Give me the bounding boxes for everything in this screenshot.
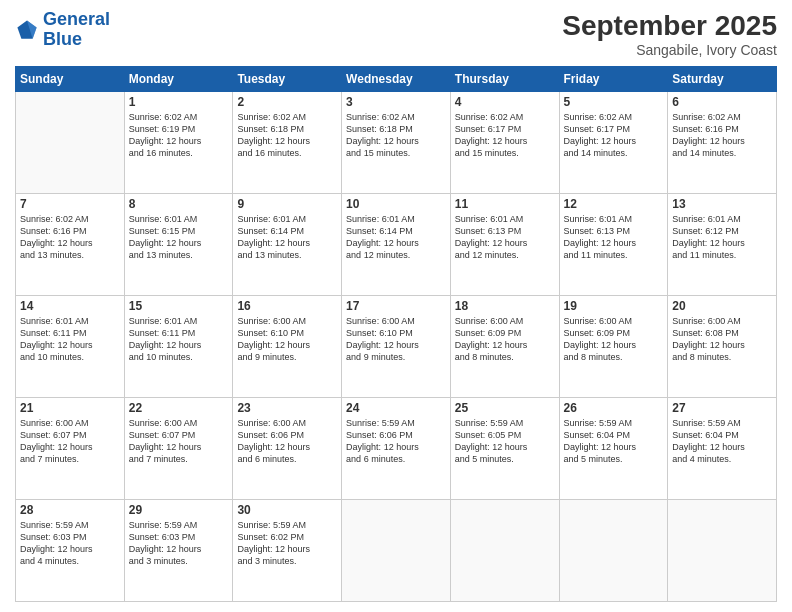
- calendar-cell: 3Sunrise: 6:02 AM Sunset: 6:18 PM Daylig…: [342, 92, 451, 194]
- day-number: 25: [455, 401, 555, 415]
- calendar-cell: 20Sunrise: 6:00 AM Sunset: 6:08 PM Dayli…: [668, 296, 777, 398]
- calendar-cell: 19Sunrise: 6:00 AM Sunset: 6:09 PM Dayli…: [559, 296, 668, 398]
- day-info: Sunrise: 6:01 AM Sunset: 6:14 PM Dayligh…: [237, 213, 337, 262]
- calendar-cell: [16, 92, 125, 194]
- day-info: Sunrise: 5:59 AM Sunset: 6:02 PM Dayligh…: [237, 519, 337, 568]
- day-info: Sunrise: 6:02 AM Sunset: 6:17 PM Dayligh…: [564, 111, 664, 160]
- day-info: Sunrise: 6:00 AM Sunset: 6:06 PM Dayligh…: [237, 417, 337, 466]
- day-number: 14: [20, 299, 120, 313]
- day-header-wednesday: Wednesday: [342, 67, 451, 92]
- calendar: SundayMondayTuesdayWednesdayThursdayFrid…: [15, 66, 777, 602]
- day-info: Sunrise: 6:02 AM Sunset: 6:16 PM Dayligh…: [672, 111, 772, 160]
- day-number: 28: [20, 503, 120, 517]
- week-row-3: 21Sunrise: 6:00 AM Sunset: 6:07 PM Dayli…: [16, 398, 777, 500]
- day-number: 27: [672, 401, 772, 415]
- logo-line2: Blue: [43, 29, 82, 49]
- calendar-cell: 6Sunrise: 6:02 AM Sunset: 6:16 PM Daylig…: [668, 92, 777, 194]
- calendar-cell: 17Sunrise: 6:00 AM Sunset: 6:10 PM Dayli…: [342, 296, 451, 398]
- calendar-cell: 23Sunrise: 6:00 AM Sunset: 6:06 PM Dayli…: [233, 398, 342, 500]
- day-number: 13: [672, 197, 772, 211]
- calendar-cell: 28Sunrise: 5:59 AM Sunset: 6:03 PM Dayli…: [16, 500, 125, 602]
- day-info: Sunrise: 6:01 AM Sunset: 6:12 PM Dayligh…: [672, 213, 772, 262]
- calendar-cell: 7Sunrise: 6:02 AM Sunset: 6:16 PM Daylig…: [16, 194, 125, 296]
- day-number: 11: [455, 197, 555, 211]
- logo-icon: [15, 18, 39, 42]
- logo: General Blue: [15, 10, 110, 50]
- calendar-cell: 11Sunrise: 6:01 AM Sunset: 6:13 PM Dayli…: [450, 194, 559, 296]
- calendar-cell: 9Sunrise: 6:01 AM Sunset: 6:14 PM Daylig…: [233, 194, 342, 296]
- day-number: 3: [346, 95, 446, 109]
- calendar-cell: 5Sunrise: 6:02 AM Sunset: 6:17 PM Daylig…: [559, 92, 668, 194]
- day-info: Sunrise: 6:00 AM Sunset: 6:07 PM Dayligh…: [129, 417, 229, 466]
- day-info: Sunrise: 6:02 AM Sunset: 6:18 PM Dayligh…: [237, 111, 337, 160]
- week-row-1: 7Sunrise: 6:02 AM Sunset: 6:16 PM Daylig…: [16, 194, 777, 296]
- day-number: 21: [20, 401, 120, 415]
- day-number: 9: [237, 197, 337, 211]
- day-number: 17: [346, 299, 446, 313]
- day-info: Sunrise: 6:01 AM Sunset: 6:13 PM Dayligh…: [455, 213, 555, 262]
- logo-line1: General: [43, 9, 110, 29]
- day-number: 18: [455, 299, 555, 313]
- calendar-cell: 18Sunrise: 6:00 AM Sunset: 6:09 PM Dayli…: [450, 296, 559, 398]
- calendar-cell: 27Sunrise: 5:59 AM Sunset: 6:04 PM Dayli…: [668, 398, 777, 500]
- day-info: Sunrise: 6:00 AM Sunset: 6:09 PM Dayligh…: [564, 315, 664, 364]
- calendar-cell: 22Sunrise: 6:00 AM Sunset: 6:07 PM Dayli…: [124, 398, 233, 500]
- day-number: 12: [564, 197, 664, 211]
- day-info: Sunrise: 6:02 AM Sunset: 6:19 PM Dayligh…: [129, 111, 229, 160]
- day-info: Sunrise: 6:00 AM Sunset: 6:07 PM Dayligh…: [20, 417, 120, 466]
- day-info: Sunrise: 6:02 AM Sunset: 6:17 PM Dayligh…: [455, 111, 555, 160]
- day-number: 20: [672, 299, 772, 313]
- day-number: 6: [672, 95, 772, 109]
- page: General Blue September 2025 Sangabile, I…: [0, 0, 792, 612]
- day-header-tuesday: Tuesday: [233, 67, 342, 92]
- calendar-cell: [559, 500, 668, 602]
- calendar-cell: 25Sunrise: 5:59 AM Sunset: 6:05 PM Dayli…: [450, 398, 559, 500]
- week-row-2: 14Sunrise: 6:01 AM Sunset: 6:11 PM Dayli…: [16, 296, 777, 398]
- calendar-cell: 14Sunrise: 6:01 AM Sunset: 6:11 PM Dayli…: [16, 296, 125, 398]
- day-info: Sunrise: 6:00 AM Sunset: 6:09 PM Dayligh…: [455, 315, 555, 364]
- calendar-cell: 13Sunrise: 6:01 AM Sunset: 6:12 PM Dayli…: [668, 194, 777, 296]
- calendar-cell: 8Sunrise: 6:01 AM Sunset: 6:15 PM Daylig…: [124, 194, 233, 296]
- day-info: Sunrise: 6:01 AM Sunset: 6:15 PM Dayligh…: [129, 213, 229, 262]
- day-info: Sunrise: 5:59 AM Sunset: 6:04 PM Dayligh…: [672, 417, 772, 466]
- logo-text: General Blue: [43, 10, 110, 50]
- calendar-cell: 12Sunrise: 6:01 AM Sunset: 6:13 PM Dayli…: [559, 194, 668, 296]
- calendar-cell: 26Sunrise: 5:59 AM Sunset: 6:04 PM Dayli…: [559, 398, 668, 500]
- day-number: 22: [129, 401, 229, 415]
- day-number: 1: [129, 95, 229, 109]
- day-number: 16: [237, 299, 337, 313]
- calendar-cell: 15Sunrise: 6:01 AM Sunset: 6:11 PM Dayli…: [124, 296, 233, 398]
- day-header-monday: Monday: [124, 67, 233, 92]
- title-block: September 2025 Sangabile, Ivory Coast: [562, 10, 777, 58]
- week-row-0: 1Sunrise: 6:02 AM Sunset: 6:19 PM Daylig…: [16, 92, 777, 194]
- month-year: September 2025: [562, 10, 777, 42]
- calendar-cell: 30Sunrise: 5:59 AM Sunset: 6:02 PM Dayli…: [233, 500, 342, 602]
- day-info: Sunrise: 6:01 AM Sunset: 6:13 PM Dayligh…: [564, 213, 664, 262]
- day-info: Sunrise: 5:59 AM Sunset: 6:03 PM Dayligh…: [129, 519, 229, 568]
- day-info: Sunrise: 5:59 AM Sunset: 6:03 PM Dayligh…: [20, 519, 120, 568]
- calendar-cell: 10Sunrise: 6:01 AM Sunset: 6:14 PM Dayli…: [342, 194, 451, 296]
- day-number: 24: [346, 401, 446, 415]
- day-header-friday: Friday: [559, 67, 668, 92]
- day-number: 10: [346, 197, 446, 211]
- day-number: 15: [129, 299, 229, 313]
- day-info: Sunrise: 6:00 AM Sunset: 6:08 PM Dayligh…: [672, 315, 772, 364]
- calendar-cell: 24Sunrise: 5:59 AM Sunset: 6:06 PM Dayli…: [342, 398, 451, 500]
- day-info: Sunrise: 6:00 AM Sunset: 6:10 PM Dayligh…: [237, 315, 337, 364]
- day-number: 19: [564, 299, 664, 313]
- day-info: Sunrise: 5:59 AM Sunset: 6:05 PM Dayligh…: [455, 417, 555, 466]
- day-info: Sunrise: 6:01 AM Sunset: 6:11 PM Dayligh…: [20, 315, 120, 364]
- day-info: Sunrise: 6:02 AM Sunset: 6:16 PM Dayligh…: [20, 213, 120, 262]
- day-number: 29: [129, 503, 229, 517]
- day-header-thursday: Thursday: [450, 67, 559, 92]
- day-info: Sunrise: 5:59 AM Sunset: 6:04 PM Dayligh…: [564, 417, 664, 466]
- day-number: 26: [564, 401, 664, 415]
- day-number: 7: [20, 197, 120, 211]
- calendar-cell: 29Sunrise: 5:59 AM Sunset: 6:03 PM Dayli…: [124, 500, 233, 602]
- day-info: Sunrise: 5:59 AM Sunset: 6:06 PM Dayligh…: [346, 417, 446, 466]
- calendar-cell: 2Sunrise: 6:02 AM Sunset: 6:18 PM Daylig…: [233, 92, 342, 194]
- day-info: Sunrise: 6:01 AM Sunset: 6:11 PM Dayligh…: [129, 315, 229, 364]
- day-number: 2: [237, 95, 337, 109]
- header: General Blue September 2025 Sangabile, I…: [15, 10, 777, 58]
- day-number: 30: [237, 503, 337, 517]
